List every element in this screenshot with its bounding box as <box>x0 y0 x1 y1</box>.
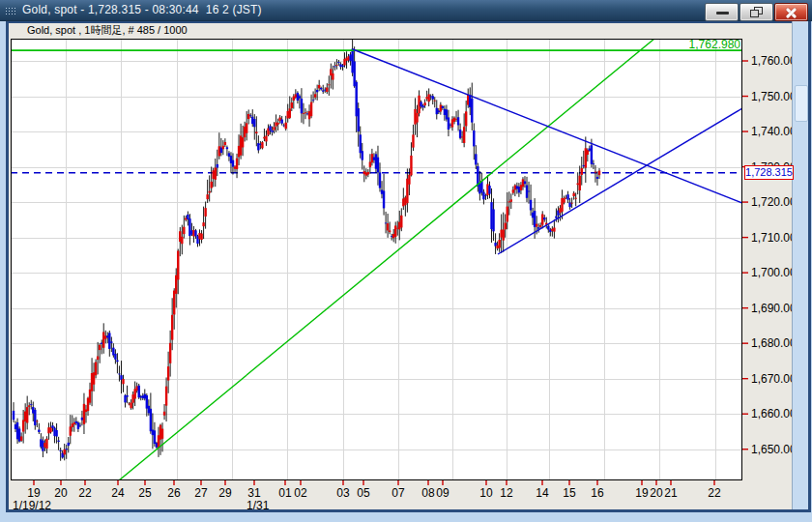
x-axis-label: 01 <box>278 486 292 500</box>
x-axis-label: 14 <box>536 486 549 500</box>
y-axis-label: 1,760.000 <box>751 54 792 68</box>
x-axis-label: 07 <box>392 486 405 500</box>
x-axis-label: 05 <box>357 486 370 500</box>
x-axis-label: 03 <box>336 486 350 500</box>
restore-button[interactable] <box>740 3 773 21</box>
y-axis-label: 1,740.000 <box>751 125 792 138</box>
restore-icon <box>750 7 763 17</box>
y-axis: 1,760.0001,750.0001,740.0001,730.0001,72… <box>742 54 792 456</box>
minimize-button[interactable] <box>705 3 739 21</box>
x-axis-label: 20 <box>54 486 68 500</box>
y-axis-label: 1,750.000 <box>751 90 792 103</box>
scrollbar-thumb[interactable] <box>795 85 808 122</box>
chart-info-label: Gold, spot , 1時間足, # 485 / 1000 <box>27 23 188 38</box>
close-button[interactable] <box>774 3 808 21</box>
y-axis-label: 1,690.000 <box>751 302 792 315</box>
x-axis-label: 22 <box>708 486 721 500</box>
grip-icon <box>5 7 17 15</box>
x-axis-label: 25 <box>138 486 152 500</box>
y-axis-label: 1,670.000 <box>751 372 792 386</box>
y-axis-label: 1,700.000 <box>751 266 792 279</box>
x-axis-label: 12 <box>500 486 513 500</box>
x-axis-label: 21 <box>664 486 678 500</box>
y-axis-label: 1,720.000 <box>751 195 792 209</box>
x-axis-label: 16 <box>591 486 604 500</box>
x-axis: 1920222425262729310102030507080910121415… <box>13 480 721 509</box>
window-buttons <box>705 3 808 21</box>
x-axis-date-label: 1/31 <box>246 499 270 509</box>
x-axis-label: 26 <box>167 486 181 500</box>
x-axis-label: 29 <box>218 486 232 500</box>
y-axis-label: 1,650.000 <box>751 443 792 456</box>
x-axis-label: 19 <box>27 486 41 500</box>
x-axis-label: 15 <box>563 486 576 500</box>
minimize-icon <box>716 12 729 14</box>
right-scrollbar[interactable] <box>792 20 808 509</box>
y-axis-label: 1,680.000 <box>751 336 792 350</box>
x-axis-label: 20 <box>650 486 663 500</box>
x-axis-label: 08 <box>421 486 435 500</box>
resistance-price-label: 1,762.980 <box>580 38 740 51</box>
x-axis-label: 09 <box>436 486 450 500</box>
window-title: Gold, spot - 1,728.315 - 08:30:44 16 2 (… <box>22 3 262 16</box>
x-axis-label: 02 <box>294 486 307 500</box>
x-axis-label: 24 <box>111 486 125 500</box>
current-price-tag: 1,728.315 <box>744 165 794 180</box>
x-axis-label: 19 <box>635 486 649 500</box>
x-axis-label: 31 <box>247 486 261 500</box>
candlestick-chart[interactable]: 1,760.0001,750.0001,740.0001,730.0001,72… <box>9 20 792 509</box>
y-axis-label: 1,660.000 <box>751 407 792 420</box>
app-window: { "window": { "title": "Gold, spot - 1,7… <box>0 0 812 522</box>
y-axis-label: 1,710.000 <box>751 231 792 245</box>
close-icon <box>784 6 798 20</box>
x-axis-label: 10 <box>479 486 493 500</box>
title-bar[interactable]: Gold, spot - 1,728.315 - 08:30:44 16 2 (… <box>0 0 812 21</box>
x-axis-date-label: 1/19/12 <box>13 499 51 509</box>
x-axis-label: 27 <box>194 486 208 500</box>
x-axis-label: 22 <box>78 486 92 500</box>
